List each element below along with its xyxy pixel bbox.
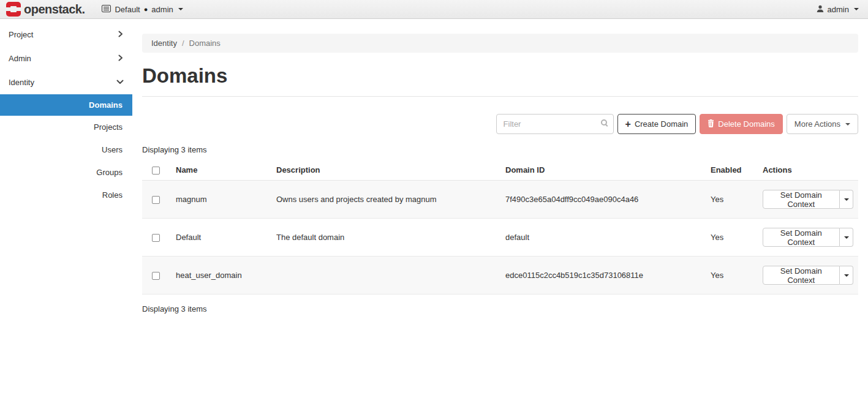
row-actions-dropdown-toggle[interactable]	[840, 190, 853, 209]
chevron-down-icon	[845, 123, 850, 126]
sidebar: Project Admin Identity Domains Projects …	[0, 19, 132, 206]
filter-input[interactable]	[496, 114, 614, 134]
row-action-group: Set Domain Context	[763, 228, 853, 247]
table-row: Default The default domain default Yes S…	[142, 219, 858, 257]
sidebar-section-identity[interactable]: Identity	[0, 70, 132, 94]
sidebar-item-projects[interactable]: Projects	[0, 116, 132, 138]
sidebar-item-roles[interactable]: Roles	[0, 184, 132, 206]
column-header-name[interactable]: Name	[171, 160, 271, 181]
row-checkbox[interactable]	[152, 272, 160, 280]
chevron-down-icon	[178, 8, 183, 10]
row-action-group: Set Domain Context	[763, 190, 853, 209]
row-checkbox[interactable]	[152, 196, 160, 204]
top-navbar: openstack. Default ● admin admin	[0, 0, 868, 19]
sidebar-section-admin[interactable]: Admin	[0, 47, 132, 70]
more-actions-button[interactable]: More Actions	[787, 114, 858, 134]
list-alt-icon	[102, 5, 111, 14]
openstack-logo-icon	[6, 2, 21, 17]
sidebar-item-users[interactable]: Users	[0, 138, 132, 161]
chevron-down-icon	[116, 78, 124, 87]
trash-icon	[708, 119, 714, 129]
column-header-description: Description	[271, 160, 500, 181]
context-domain: Default	[115, 5, 140, 14]
sidebar-item-groups[interactable]: Groups	[0, 161, 132, 184]
brand-text: openstack.	[24, 2, 85, 17]
sidebar-item-domains[interactable]: Domains	[0, 94, 132, 116]
cell-domain-id: edce0115c2cc4b519c1c35d73106811e	[500, 257, 706, 295]
chevron-down-icon	[844, 274, 849, 277]
chevron-down-icon	[844, 236, 849, 239]
cell-description: The default domain	[271, 219, 500, 257]
cell-name: Default	[171, 219, 271, 257]
column-header-actions: Actions	[758, 160, 858, 181]
row-count-bottom: Displaying 3 items	[142, 304, 858, 314]
table-body: magnum Owns users and projects created b…	[142, 181, 858, 295]
chevron-down-icon	[844, 198, 849, 201]
user-menu[interactable]: admin	[817, 5, 859, 14]
cell-description	[271, 257, 500, 295]
breadcrumb-parent[interactable]: Identity	[151, 39, 177, 48]
cell-actions: Set Domain Context	[758, 181, 858, 219]
context-separator: ●	[144, 6, 148, 13]
cell-domain-id: default	[500, 219, 706, 257]
breadcrumb: Identity / Domains	[142, 34, 858, 53]
user-name: admin	[828, 5, 849, 14]
row-actions-dropdown-toggle[interactable]	[840, 266, 853, 285]
cell-name: heat_user_domain	[171, 257, 271, 295]
row-action-group: Set Domain Context	[763, 266, 853, 285]
domains-table: Name Description Domain ID Enabled Actio…	[142, 160, 858, 295]
set-domain-context-button[interactable]: Set Domain Context	[763, 190, 840, 209]
table-row: heat_user_domain edce0115c2cc4b519c1c35d…	[142, 257, 858, 295]
cell-description: Owns users and projects created by magnu…	[271, 181, 500, 219]
select-all-checkbox[interactable]	[152, 167, 160, 175]
sidebar-section-label: Identity	[9, 78, 34, 87]
cell-name: magnum	[171, 181, 271, 219]
table-row: magnum Owns users and projects created b…	[142, 181, 858, 219]
chevron-right-icon	[117, 30, 124, 39]
breadcrumb-separator: /	[182, 39, 184, 48]
set-domain-context-button[interactable]: Set Domain Context	[763, 266, 840, 285]
main-content: Identity / Domains Domains + Create Doma…	[132, 19, 868, 314]
cell-actions: Set Domain Context	[758, 257, 858, 295]
sidebar-section-label: Project	[9, 30, 33, 39]
column-header-domain-id: Domain ID	[500, 160, 706, 181]
row-actions-dropdown-toggle[interactable]	[840, 228, 853, 247]
delete-domains-button[interactable]: Delete Domains	[700, 114, 783, 134]
chevron-right-icon	[117, 54, 124, 63]
page-title: Domains	[142, 63, 858, 88]
context-project: admin	[151, 5, 173, 14]
cell-actions: Set Domain Context	[758, 219, 858, 257]
set-domain-context-button[interactable]: Set Domain Context	[763, 228, 840, 247]
user-icon	[817, 5, 824, 14]
table-header-row: Name Description Domain ID Enabled Actio…	[142, 160, 858, 181]
breadcrumb-current: Domains	[189, 39, 221, 48]
create-domain-button[interactable]: + Create Domain	[617, 114, 696, 134]
search-icon	[601, 119, 607, 126]
cell-enabled: Yes	[706, 219, 758, 257]
cell-domain-id: 7f490c3e65a04dff9cc049ae090c4a46	[500, 181, 706, 219]
cell-enabled: Yes	[706, 181, 758, 219]
chevron-down-icon	[854, 8, 859, 10]
title-divider	[142, 96, 858, 97]
row-checkbox[interactable]	[152, 234, 160, 242]
context-switcher[interactable]: Default ● admin	[102, 5, 183, 14]
column-header-enabled: Enabled	[706, 160, 758, 181]
plus-icon: +	[625, 119, 631, 129]
filter-wrap	[496, 114, 614, 134]
sidebar-section-project[interactable]: Project	[0, 23, 132, 47]
brand[interactable]: openstack.	[6, 2, 85, 17]
row-count-top: Displaying 3 items	[142, 145, 858, 154]
sidebar-section-label: Admin	[9, 54, 31, 63]
table-toolbar: + Create Domain Delete Domains More Acti…	[142, 114, 858, 134]
cell-enabled: Yes	[706, 257, 758, 295]
sidebar-identity-subnav: Domains Projects Users Groups Roles	[0, 94, 132, 206]
